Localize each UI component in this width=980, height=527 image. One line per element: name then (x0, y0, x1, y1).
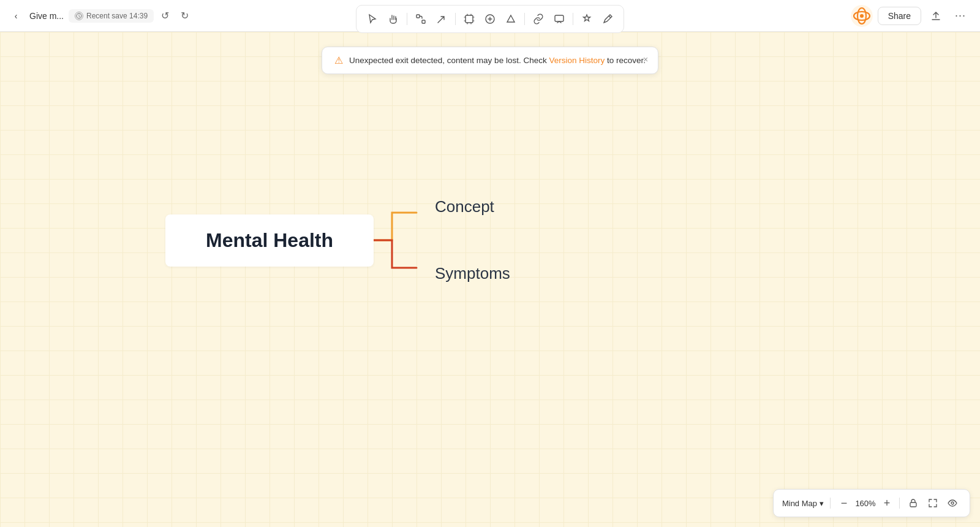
share-button[interactable]: Share (878, 7, 921, 25)
zoom-out-button[interactable]: − (837, 496, 851, 510)
notification-banner: ⚠ Unexpected exit detected, content may … (322, 47, 658, 74)
svg-point-12 (951, 502, 954, 504)
branch-concept[interactable]: Concept (435, 195, 510, 219)
eye-button[interactable] (944, 495, 961, 512)
notification-close-button[interactable]: × (639, 53, 652, 66)
comment-tool-button[interactable] (549, 9, 569, 29)
mindmap-area: Mental Health Concept Symptoms (165, 191, 510, 289)
hand-tool-button[interactable] (383, 9, 403, 29)
toolbar-separator-3 (524, 13, 525, 25)
svg-rect-3 (466, 15, 473, 23)
toolbar-separator-4 (573, 13, 573, 25)
zoom-in-button[interactable]: + (880, 496, 894, 510)
shape-tool-button[interactable] (501, 9, 521, 29)
more-button[interactable]: ··· (951, 6, 970, 26)
brand-icon (851, 5, 873, 27)
link-tool-button[interactable] (529, 9, 548, 29)
connector-tool-button[interactable] (411, 9, 431, 29)
redo-button[interactable]: ↻ (176, 7, 193, 25)
zoom-separator (830, 498, 831, 509)
back-button[interactable]: ‹ (7, 7, 24, 25)
upload-button[interactable] (926, 6, 946, 26)
arrow-tool-button[interactable] (432, 9, 451, 29)
topbar-right: Share ··· (841, 5, 980, 27)
svg-rect-11 (910, 502, 916, 507)
center-toolbar (356, 5, 624, 33)
bottombar: Mind Map ▾ − 160% + (773, 489, 970, 517)
save-dot-icon (75, 12, 83, 20)
chevron-down-icon: ▾ (820, 499, 824, 508)
canvas[interactable]: ⚠ Unexpected exit detected, content may … (0, 32, 980, 527)
view-mode-selector[interactable]: Mind Map ▾ (782, 499, 824, 508)
ai-tool-button[interactable] (577, 9, 597, 29)
mindmap-connector (374, 191, 435, 289)
svg-rect-1 (417, 15, 420, 18)
version-history-link[interactable]: Version History (549, 56, 605, 65)
select-tool-button[interactable] (363, 9, 382, 29)
frame-tool-button[interactable] (459, 9, 479, 29)
toolbar-separator-1 (407, 13, 407, 25)
branch-symptoms[interactable]: Symptoms (435, 262, 510, 286)
save-indicator: Recent save 14:39 (69, 9, 154, 23)
toolbar-separator-2 (455, 13, 456, 25)
topbar: ‹ Give m... Recent save 14:39 ↺ ↻ (0, 0, 980, 32)
doc-title: Give m... (27, 11, 66, 21)
add-tool-button[interactable] (480, 9, 500, 29)
topbar-left: ‹ Give m... Recent save 14:39 ↺ ↻ (0, 7, 200, 25)
fit-screen-button[interactable] (924, 495, 941, 512)
undo-button[interactable]: ↺ (156, 7, 173, 25)
zoom-level: 160% (854, 499, 877, 508)
lock-button[interactable] (905, 495, 922, 512)
pen-tool-button[interactable] (598, 9, 617, 29)
save-time: Recent save 14:39 (86, 12, 148, 20)
notif-warning-icon: ⚠ (334, 55, 343, 66)
mindmap-branches: Concept Symptoms (435, 195, 510, 286)
svg-point-8 (860, 14, 864, 18)
notif-text: Unexpected exit detected, content may be… (349, 56, 646, 65)
svg-rect-2 (422, 20, 425, 23)
bottom-separator-1 (899, 498, 900, 509)
svg-rect-5 (555, 15, 564, 21)
central-node[interactable]: Mental Health (165, 214, 374, 267)
